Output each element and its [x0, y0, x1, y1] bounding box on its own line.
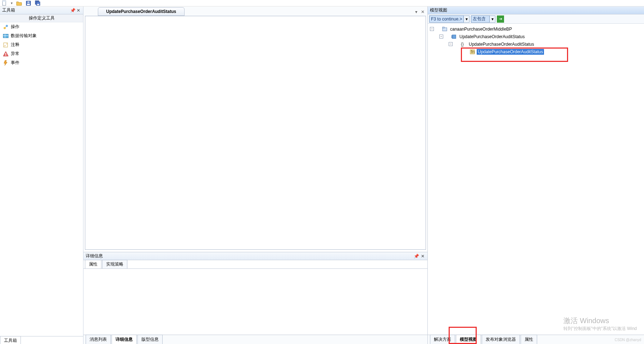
details-panel: 详细信息 📌 ✕ 属性 实现策略 — [83, 252, 427, 335]
event-icon — [3, 60, 9, 66]
svg-rect-7 — [37, 4, 39, 5]
right-tab-properties[interactable]: 属性 — [521, 335, 537, 344]
filter-input[interactable] — [471, 15, 490, 23]
action-icon — [3, 24, 9, 30]
tree-node-label: canaanPurchaseOrderMiddleBP — [449, 26, 513, 32]
pin-icon[interactable]: 📌 — [70, 8, 75, 13]
center-column: UpdatePurchaseOrderAuditStatus ▾ ✕ 详细信息 … — [83, 6, 427, 344]
tree-node-root[interactable]: − canaanPurchaseOrderMiddleBP — [428, 25, 643, 33]
dropdown-arrow-icon[interactable]: ▾ — [11, 1, 13, 5]
dto-icon — [3, 33, 9, 39]
search-input[interactable] — [429, 15, 464, 23]
package-icon — [442, 26, 448, 32]
bottom-tab-details[interactable]: 详细信息 — [112, 335, 137, 344]
toolbox-item-label: 数据传输对象 — [11, 33, 37, 39]
svg-line-10 — [5, 27, 6, 27]
filter-combo[interactable]: ▾ — [471, 15, 495, 23]
toolbox-item-note[interactable]: 注释 — [0, 40, 83, 49]
note-icon — [3, 42, 9, 48]
top-toolbar: ▾ — [0, 0, 644, 6]
left-bottom-tabs: 消息列表 详细信息 版型信息 — [83, 335, 427, 344]
modelview-toolbar: ▾ ▾ ➔ — [428, 14, 644, 24]
right-tab-publish-browser[interactable]: 发布对象浏览器 — [482, 335, 520, 344]
tree-node-label: UpdatePurchaseOrderAuditStatus — [468, 41, 535, 47]
search-combo[interactable]: ▾ — [429, 15, 470, 23]
toolbox-item-event[interactable]: 事件 — [0, 58, 83, 67]
svg-text:{}: {} — [461, 42, 464, 47]
tree-node-selected[interactable]: fn UpdatePurchaseOrderAuditStatus — [428, 48, 643, 55]
component-icon — [451, 34, 457, 40]
details-title: 详细信息 — [86, 253, 413, 259]
toolbox-item-exception[interactable]: 异常 — [0, 49, 83, 58]
model-tree: − canaanPurchaseOrderMiddleBP − UpdatePu… — [428, 24, 644, 335]
toolbox-item-label: 异常 — [11, 51, 19, 57]
tab-menu-icon[interactable]: ▾ — [414, 9, 419, 14]
toolbox-item-label: 操作 — [11, 24, 19, 30]
toolbox-bottom-tab[interactable]: 工具箱 — [0, 336, 21, 344]
braces-icon: {} — [461, 41, 466, 47]
right-bottom-tabs: 解决方案 模型视图 发布对象浏览器 属性 — [428, 335, 644, 344]
svg-rect-14 — [4, 43, 8, 47]
modelview-panel: 模型视图 ▾ ▾ ➔ − canaanPurcha — [427, 6, 644, 344]
new-file-icon[interactable] — [1, 0, 7, 6]
impl-icon: fn — [470, 49, 475, 55]
bottom-tab-messages[interactable]: 消息列表 — [86, 335, 111, 344]
subtab-properties[interactable]: 属性 — [85, 260, 101, 268]
toolbox-item-label: 注释 — [11, 42, 19, 48]
toolbox-section-title: 操作定义工具 — [0, 14, 83, 22]
toolbox-item-dto[interactable]: 数据传输对象 — [0, 31, 83, 40]
document-tab-label: UpdatePurchaseOrderAuditStatus — [106, 9, 176, 14]
svg-rect-16 — [5, 53, 6, 55]
pin-icon[interactable]: 📌 — [414, 254, 419, 259]
chevron-down-icon[interactable]: ▾ — [490, 15, 495, 23]
document-tabstrip: UpdatePurchaseOrderAuditStatus ▾ ✕ — [83, 6, 427, 16]
svg-point-15 — [6, 44, 7, 44]
details-header: 详细信息 📌 ✕ — [83, 252, 427, 260]
tab-close-icon[interactable]: ✕ — [420, 9, 425, 14]
exception-icon — [3, 51, 9, 57]
design-canvas[interactable] — [85, 16, 426, 250]
tree-node-label: UpdatePurchaseOrderAuditStatus — [458, 34, 526, 40]
svg-rect-3 — [27, 4, 30, 5]
chevron-down-icon[interactable]: ▾ — [464, 15, 470, 23]
bottom-tab-stereotype[interactable]: 版型信息 — [137, 335, 163, 344]
tree-node-label: UpdatePurchaseOrderAuditStatus — [477, 49, 544, 55]
open-folder-icon[interactable] — [16, 0, 22, 6]
document-area: UpdatePurchaseOrderAuditStatus ▾ ✕ — [83, 6, 427, 252]
toolbox-panel: 工具箱 📌 ✕ 操作定义工具 操作 数据传输对象 注释 — [0, 6, 83, 344]
svg-text:fn: fn — [471, 49, 475, 54]
subtab-impl-policy[interactable]: 实现策略 — [102, 260, 127, 268]
right-tab-modelview[interactable]: 模型视图 — [456, 335, 481, 344]
toolbox-title: 工具箱 — [2, 7, 69, 13]
collapse-icon[interactable]: − — [439, 35, 443, 39]
svg-rect-11 — [3, 34, 8, 38]
toolbox-list: 操作 数据传输对象 注释 异常 事件 — [0, 22, 83, 336]
right-tab-solution[interactable]: 解决方案 — [430, 335, 455, 344]
document-tab[interactable]: UpdatePurchaseOrderAuditStatus — [98, 7, 185, 16]
svg-rect-22 — [452, 37, 453, 38]
close-icon[interactable]: ✕ — [76, 8, 81, 13]
details-subtabs: 属性 实现策略 — [83, 260, 427, 269]
toolbox-item-action[interactable]: 操作 — [0, 22, 83, 31]
toolbox-header: 工具箱 📌 ✕ — [0, 6, 83, 14]
collapse-icon[interactable]: − — [449, 42, 453, 46]
tree-node-method[interactable]: − {} UpdatePurchaseOrderAuditStatus — [428, 40, 643, 48]
svg-rect-21 — [452, 36, 453, 36]
svg-rect-1 — [3, 1, 6, 2]
toolbox-bottom-tabs: 工具箱 — [0, 336, 83, 344]
save-icon[interactable] — [26, 0, 31, 6]
svg-rect-4 — [27, 1, 30, 3]
details-body — [83, 269, 427, 335]
modelview-title: 模型视图 — [430, 7, 642, 13]
svg-rect-17 — [5, 55, 6, 56]
modelview-header: 模型视图 — [428, 6, 644, 14]
toolbox-item-label: 事件 — [11, 60, 19, 66]
collapse-icon[interactable]: − — [430, 27, 434, 31]
save-all-icon[interactable] — [35, 0, 41, 6]
svg-rect-19 — [443, 27, 444, 28]
go-button[interactable]: ➔ — [497, 15, 504, 23]
close-icon[interactable]: ✕ — [420, 254, 425, 259]
tree-node-operation[interactable]: − UpdatePurchaseOrderAuditStatus — [428, 33, 643, 40]
